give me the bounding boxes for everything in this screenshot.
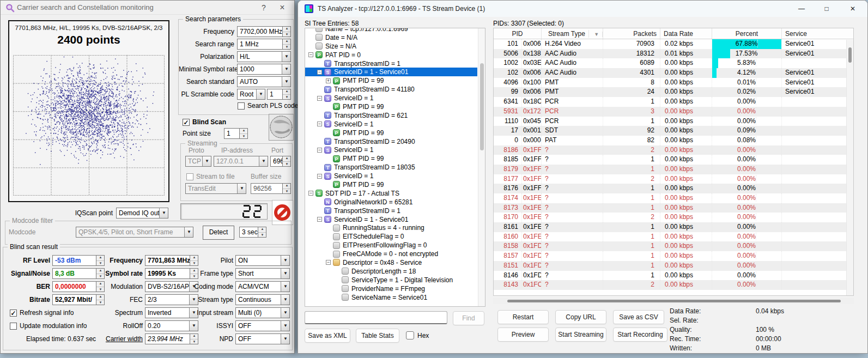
tree-expander[interactable]: −	[317, 96, 322, 101]
tree-node[interactable]: Date = N/A	[305, 33, 477, 42]
carrier-title-bar[interactable]: Carrier search and Constellation monitor…	[1, 1, 294, 15]
minimize-button[interactable]: —	[789, 1, 814, 17]
detect-button[interactable]: Detect	[203, 226, 234, 240]
table-row[interactable]: 1020x0066AAC Audio43010.00 kbps4.12%Serv…	[494, 68, 853, 78]
column-header-stream-type[interactable]: Stream Type ▼	[542, 28, 603, 39]
table-row[interactable]: 81740x1FEE?10.00 kbps0.00%	[494, 193, 853, 203]
maximize-button[interactable]: □	[814, 1, 839, 17]
column-header-pid[interactable]: PID	[494, 28, 542, 39]
table-scrollbar[interactable]	[846, 40, 853, 295]
ts-title-bar[interactable]: TS Analyzer - tcp://127.0.0.1:6969 - TS …	[298, 1, 867, 17]
tree-node[interactable]: PPMT PID = 99	[305, 129, 477, 137]
tree-node[interactable]: EITPresentFollowingFlag = 0	[305, 241, 477, 250]
tree-node[interactable]: −SServiceID = 1	[305, 145, 477, 154]
tree-node[interactable]: FreeCAMode = 0 - not encrypted	[305, 250, 477, 258]
stream-to-file-checkbox[interactable]	[186, 173, 193, 180]
tree-node[interactable]: −PPAT PID = 0	[305, 51, 477, 59]
tree-node[interactable]: −SServiceID = 1	[305, 120, 477, 129]
chevron-down-icon[interactable]: ▼	[281, 268, 290, 279]
table-row[interactable]: 81730x1FED?10.00 kbps0.00%	[494, 203, 853, 213]
tree-node[interactable]: TTransportStreamID = 18035	[305, 163, 477, 172]
tree-node[interactable]: TTransportStreamID = 1	[305, 207, 477, 215]
tree-node[interactable]: TTransportStreamID = 41180	[305, 85, 477, 94]
tree-expander[interactable]: −	[326, 260, 331, 265]
table-row[interactable]: 10020x03EAAAC Audio60890.00 kbps5.83%	[494, 58, 853, 68]
ip-address-select[interactable]: 127.0.0.1▼	[214, 156, 268, 167]
tree-node[interactable]: ServiceType = 1 - Digital Television	[305, 276, 477, 284]
search-pls-checkbox[interactable]	[238, 102, 245, 110]
min-symbol-rate-select[interactable]: 1000▼	[237, 64, 291, 75]
polarization-select[interactable]: H/L▼	[237, 51, 291, 62]
preview-button[interactable]: Preview	[497, 327, 549, 342]
tree-node[interactable]: −SServiceID = 1	[305, 94, 477, 102]
tree-scrollbar-thumb[interactable]	[480, 63, 484, 150]
tree-node[interactable]: Size = N/A	[305, 42, 477, 51]
search-standard-select[interactable]: AUTO▼	[237, 76, 291, 87]
tree-node[interactable]: −Descriptor = 0x48 - Service	[305, 258, 477, 267]
tree-node[interactable]: RunningStatus = 4 - running	[305, 223, 477, 232]
tree-node[interactable]: −SSDT PID = 17 - Actual TS	[305, 189, 477, 198]
table-row[interactable]: 81770x1FF1?20.00 kbps0.00%	[494, 174, 853, 184]
tree-node[interactable]: TTransportStreamID = 20490	[305, 137, 477, 146]
tree-expander[interactable]: −	[317, 174, 322, 179]
stream-type-select[interactable]: Continuous▼	[235, 294, 290, 305]
table-row[interactable]: 59310x172BPCR30.00 kbps0.00%	[494, 107, 853, 117]
frame-type-select[interactable]: Short▼	[235, 268, 290, 279]
tree-node[interactable]: NOriginalNetworkID = 65281	[305, 198, 477, 207]
tree-node[interactable]: −SServiceID = 1	[305, 172, 477, 180]
tree-expander[interactable]: +	[326, 78, 331, 83]
table-horizontal-thumb[interactable]	[507, 300, 841, 302]
blind-scan-checkbox[interactable]: ✓	[183, 119, 190, 126]
tree-node[interactable]: −SServiceID = 1 - Service01	[305, 68, 477, 76]
port-input[interactable]: 6969▲▼	[270, 156, 291, 167]
chevron-down-icon[interactable]: ▼	[282, 51, 291, 62]
tree-node[interactable]: TTransportStreamID = 621	[305, 111, 477, 120]
tree-node[interactable]: DescriptorLength = 18	[305, 267, 477, 276]
table-row[interactable]: 50060x138EAAC Audio183120.01 kbps17.53%S…	[494, 49, 853, 59]
tree-expander[interactable]: −	[317, 148, 322, 153]
save-as-csv-button[interactable]: Save as CSV	[613, 310, 664, 324]
chevron-down-icon[interactable]: ▼	[159, 208, 168, 219]
table-row[interactable]: 990x0063PMT240.00 kbps0.02%Service01	[494, 87, 853, 97]
chevron-down-icon[interactable]: ▼	[282, 76, 291, 87]
table-row[interactable]: 63410x18C5PCR10.00 kbps0.00%	[494, 97, 853, 107]
table-row[interactable]: 81760x1FF0?10.00 kbps0.00%	[494, 184, 853, 193]
stream-client-select[interactable]: TransEdit▼	[185, 183, 246, 194]
chevron-down-icon[interactable]: ▼	[281, 281, 290, 292]
tree-node[interactable]: −SServiceID = 1 - Service01	[305, 215, 477, 224]
carrier-width-label[interactable]: Carrier width	[105, 333, 143, 344]
tree-node[interactable]: TTransportStreamID = 1	[305, 59, 477, 68]
table-scrollbar-thumb[interactable]	[848, 47, 852, 63]
close-button[interactable]: ×	[276, 2, 289, 13]
start-recording-button[interactable]: Start Recording	[613, 327, 667, 342]
table-row[interactable]: 40960x1000PMT80.00 kbps0.01%Service01	[494, 78, 853, 88]
find-input[interactable]	[305, 311, 447, 324]
tree-expander[interactable]: −	[308, 52, 313, 57]
save-as-xml-button[interactable]: Save as XML	[305, 329, 350, 343]
table-stats-button[interactable]: Table Stats	[356, 329, 399, 343]
chevron-down-icon[interactable]: ▼	[281, 294, 290, 305]
detect-interval-input[interactable]: 3 sec▲▼	[239, 227, 266, 238]
table-row[interactable]: 81570x1FDD?10.00 kbps0.00%	[494, 251, 853, 261]
frequency-input[interactable]: 7702,000 MHz▲▼	[237, 26, 291, 37]
tree-scrollbar[interactable]	[478, 28, 485, 306]
hex-checkbox[interactable]	[406, 331, 414, 339]
buffer-size-input[interactable]: 96256▲▼	[251, 183, 291, 194]
table-row[interactable]: 81460x1FD2?10.00 kbps0.00%	[494, 271, 853, 281]
tree-node[interactable]: ServiceName = Service01	[305, 293, 477, 302]
chevron-down-icon[interactable]: ▼	[256, 89, 265, 100]
column-header-service[interactable]: Service	[782, 28, 846, 39]
column-header-packets[interactable]: Packets	[603, 28, 660, 39]
chevron-down-icon[interactable]: ▼	[281, 307, 290, 318]
close-button[interactable]: ✕	[840, 1, 865, 17]
proto-select[interactable]: TCP▼	[185, 156, 211, 167]
si-tree[interactable]: Name = tcp://127.0.0.1:6969Date = N/ASiz…	[305, 28, 485, 307]
iqscan-select[interactable]: Demod IQ out▼	[116, 208, 168, 219]
table-row[interactable]: 81850x1FF9?10.00 kbps0.00%	[494, 155, 853, 165]
bitrate-input[interactable]: 52,927 Mbit/▲▼	[52, 294, 105, 305]
pid-table-header[interactable]: PID Stream Type ▼ Packets Data Rate Perc…	[494, 28, 853, 39]
restart-button[interactable]: Restart	[497, 310, 549, 324]
update-modulation-checkbox[interactable]	[10, 323, 17, 330]
tree-expander[interactable]: −	[317, 70, 322, 75]
column-header-data-rate[interactable]: Data Rate	[660, 28, 712, 39]
